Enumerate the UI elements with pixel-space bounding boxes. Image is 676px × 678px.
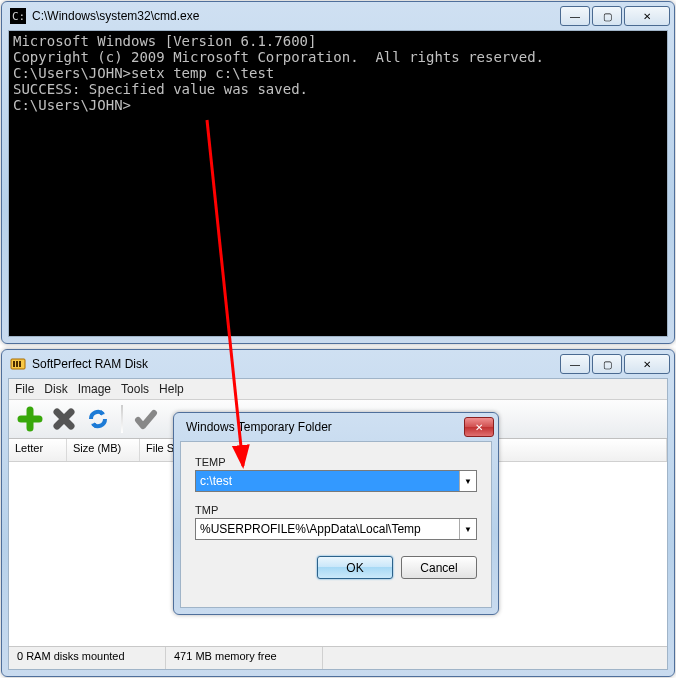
temp-input[interactable]: [196, 471, 459, 491]
refresh-button[interactable]: [83, 404, 113, 434]
add-button[interactable]: [15, 404, 45, 434]
menu-image[interactable]: Image: [78, 382, 111, 396]
svg-rect-5: [19, 361, 21, 367]
statusbar: 0 RAM disks mounted 471 MB memory free: [9, 646, 667, 669]
cancel-button[interactable]: Cancel: [401, 556, 477, 579]
minimize-button[interactable]: —: [560, 354, 590, 374]
softperfect-title: SoftPerfect RAM Disk: [32, 357, 560, 371]
cmd-icon: C:\: [10, 8, 26, 24]
cmd-line: Copyright (c) 2009 Microsoft Corporation…: [13, 49, 663, 65]
menu-tools[interactable]: Tools: [121, 382, 149, 396]
chevron-down-icon[interactable]: ▼: [459, 519, 476, 539]
column-size[interactable]: Size (MB): [67, 439, 140, 461]
close-button[interactable]: ✕: [624, 6, 670, 26]
tmp-combobox[interactable]: ▼: [195, 518, 477, 540]
menu-help[interactable]: Help: [159, 382, 184, 396]
delete-button[interactable]: [49, 404, 79, 434]
cmd-terminal[interactable]: Microsoft Windows [Version 6.1.7600] Cop…: [8, 30, 668, 337]
status-memory: 471 MB memory free: [166, 647, 323, 669]
menu-disk[interactable]: Disk: [44, 382, 67, 396]
column-letter[interactable]: Letter: [9, 439, 67, 461]
menubar: File Disk Image Tools Help: [9, 379, 667, 400]
softperfect-window-controls: — ▢ ✕: [560, 354, 670, 374]
temp-label: TEMP: [195, 456, 477, 468]
svg-rect-4: [16, 361, 18, 367]
ok-button[interactable]: OK: [317, 556, 393, 579]
cmd-window: C:\ C:\Windows\system32\cmd.exe — ▢ ✕ Mi…: [1, 1, 675, 344]
tmp-input[interactable]: [196, 519, 459, 539]
dialog-buttons: OK Cancel: [195, 556, 477, 579]
cmd-window-controls: — ▢ ✕: [560, 6, 670, 26]
maximize-button[interactable]: ▢: [592, 6, 622, 26]
menu-file[interactable]: File: [15, 382, 34, 396]
temp-combobox[interactable]: ▼: [195, 470, 477, 492]
close-button[interactable]: ✕: [624, 354, 670, 374]
cmd-line: SUCCESS: Specified value was saved.: [13, 81, 663, 97]
maximize-button[interactable]: ▢: [592, 354, 622, 374]
tmp-label: TMP: [195, 504, 477, 516]
dialog-body: TEMP ▼ TMP ▼ OK Cancel: [180, 441, 492, 608]
svg-rect-3: [13, 361, 15, 367]
cmd-line: Microsoft Windows [Version 6.1.7600]: [13, 33, 663, 49]
status-mounted: 0 RAM disks mounted: [9, 647, 166, 669]
softperfect-titlebar[interactable]: SoftPerfect RAM Disk — ▢ ✕: [2, 350, 674, 378]
dialog-title: Windows Temporary Folder: [182, 420, 464, 434]
toolbar-separator: [121, 405, 123, 433]
cmd-titlebar[interactable]: C:\ C:\Windows\system32\cmd.exe — ▢ ✕: [2, 2, 674, 30]
cmd-line: C:\Users\JOHN>: [13, 97, 663, 113]
ramdisk-icon: [10, 356, 26, 372]
chevron-down-icon[interactable]: ▼: [459, 471, 476, 491]
dialog-titlebar[interactable]: Windows Temporary Folder ✕: [174, 413, 498, 441]
svg-text:C:\: C:\: [12, 10, 26, 23]
close-button[interactable]: ✕: [464, 417, 494, 437]
cmd-title: C:\Windows\system32\cmd.exe: [32, 9, 560, 23]
cmd-line: C:\Users\JOHN>setx temp c:\test: [13, 65, 663, 81]
dialog-window-controls: ✕: [464, 417, 494, 437]
minimize-button[interactable]: —: [560, 6, 590, 26]
check-button[interactable]: [131, 404, 161, 434]
temp-folder-dialog: Windows Temporary Folder ✕ TEMP ▼ TMP ▼ …: [173, 412, 499, 615]
